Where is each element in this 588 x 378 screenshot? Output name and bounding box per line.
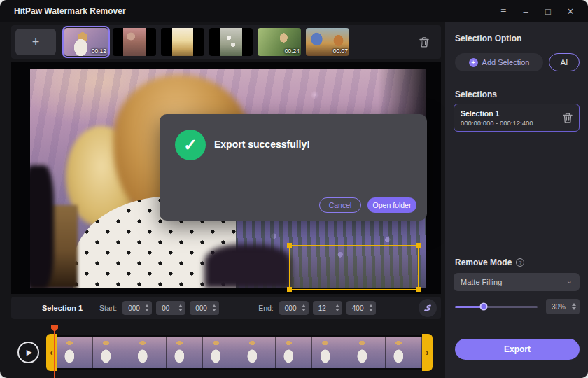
stepper-arrows[interactable]	[212, 304, 216, 312]
menu-icon[interactable]: ≡	[494, 4, 512, 19]
chevron-down-icon: ⌄	[566, 276, 573, 286]
delete-video-button[interactable]	[414, 32, 434, 52]
end-label: End:	[258, 304, 274, 312]
sidebar: Selection Option + Add Selection AI Sele…	[445, 22, 588, 378]
film-frame	[167, 337, 203, 368]
strength-slider[interactable]	[455, 306, 538, 308]
film-frame	[57, 337, 93, 368]
curve-icon	[423, 303, 433, 313]
add-selection-label: Add Selection	[482, 58, 530, 66]
film-frame	[130, 337, 166, 368]
maximize-button[interactable]: □	[539, 4, 557, 19]
end-minutes-stepper[interactable]: 000	[279, 301, 309, 315]
playhead-marker[interactable]	[51, 325, 58, 332]
slider-thumb[interactable]	[480, 303, 488, 311]
selection-item-range: 000:00:000 - 000:12:400	[461, 119, 563, 127]
shadow-area	[204, 244, 291, 288]
selection-handle[interactable]	[416, 287, 421, 292]
help-icon[interactable]: ?	[516, 258, 524, 267]
minimize-button[interactable]: –	[517, 4, 535, 19]
delete-selection-button[interactable]	[563, 113, 573, 123]
selection-actions: + Add Selection AI	[455, 53, 580, 71]
filmstrip[interactable]	[57, 335, 422, 370]
duration-badge: 00:07	[333, 48, 348, 55]
stepper-arrows[interactable]	[302, 304, 306, 312]
selection-handle[interactable]	[287, 287, 292, 292]
dialog-buttons: Cancel Open folder	[319, 197, 416, 213]
end-millis-stepper[interactable]: 400	[346, 301, 376, 315]
film-frame	[203, 337, 239, 368]
trim-handle-right[interactable]: ›	[422, 334, 433, 371]
ai-button[interactable]: AI	[549, 53, 580, 71]
stepper-arrows[interactable]	[369, 304, 373, 312]
film-frame	[386, 337, 422, 368]
success-check-icon: ✓	[175, 130, 206, 160]
export-success-dialog: ✓ Export successfully! Cancel Open folde…	[160, 114, 427, 220]
video-thumbnail[interactable]	[161, 28, 204, 56]
add-selection-button[interactable]: + Add Selection	[455, 53, 543, 71]
playhead[interactable]	[54, 325, 55, 378]
timeline: ▶ ‹ ›	[11, 322, 441, 378]
end-seconds-stepper[interactable]: 12	[313, 301, 342, 315]
watermark-selection-box[interactable]	[289, 245, 419, 290]
play-button[interactable]: ▶	[18, 342, 39, 363]
app-window: HitPaw Watermark Remover ≡ – □ ✕ + 00:12	[0, 0, 588, 378]
cancel-button[interactable]: Cancel	[319, 197, 361, 213]
thumbnail-bar: + 00:12 00:24 00:07	[11, 25, 441, 59]
film-frame	[93, 337, 130, 368]
remove-mode-value: Matte Filling	[461, 278, 566, 286]
start-seconds-stepper[interactable]: 00	[156, 301, 186, 315]
trash-icon	[563, 113, 573, 123]
stepper-arrows[interactable]	[335, 304, 340, 312]
selection-list-item[interactable]: Selection 1 000:00:000 - 000:12:400	[454, 104, 580, 132]
trash-icon	[419, 37, 429, 48]
titlebar: HitPaw Watermark Remover ≡ – □ ✕	[0, 0, 588, 22]
video-thumbnail[interactable]: 00:07	[306, 28, 349, 56]
thumbnail-list: 00:12 00:24 00:07	[64, 28, 349, 56]
selections-title: Selections	[455, 90, 497, 99]
video-thumbnail[interactable]: 00:12	[64, 28, 108, 56]
open-folder-button[interactable]: Open folder	[368, 197, 416, 213]
window-title: HitPaw Watermark Remover	[14, 6, 126, 16]
remove-mode-title: Remove Mode ?	[455, 258, 524, 267]
timeline-strip[interactable]: ‹ ›	[46, 334, 433, 371]
plus-icon: +	[469, 58, 478, 67]
keyframe-curve-button[interactable]	[419, 299, 437, 317]
selection-time-controls: Selection 1 Start: 000 00 000 End: 000 1…	[11, 297, 441, 319]
dark-foreground-object	[30, 165, 54, 288]
selection-item-name: Selection 1	[461, 109, 563, 118]
stepper-arrows[interactable]	[572, 303, 576, 310]
video-thumbnail[interactable]	[209, 28, 253, 56]
duration-badge: 00:12	[92, 48, 106, 55]
start-minutes-stepper[interactable]: 000	[122, 301, 152, 315]
start-label: Start:	[99, 304, 117, 312]
duration-badge: 00:24	[285, 48, 300, 55]
film-frame	[239, 337, 276, 368]
remove-mode-dropdown[interactable]: Matte Filling ⌄	[454, 273, 580, 291]
strength-slider-row: 30%	[455, 298, 580, 315]
export-button[interactable]: Export	[455, 339, 580, 360]
film-frame	[349, 337, 386, 368]
add-video-button[interactable]: +	[15, 29, 56, 55]
selection-name-label: Selection 1	[42, 304, 83, 312]
window-controls: ≡ – □ ✕	[494, 4, 580, 19]
video-thumbnail[interactable]: 00:24	[258, 28, 301, 56]
video-thumbnail[interactable]	[113, 28, 156, 56]
strength-value-stepper[interactable]: 30%	[546, 299, 580, 314]
dialog-message: Export successfully!	[214, 139, 310, 150]
film-frame	[276, 337, 312, 368]
stepper-arrows[interactable]	[145, 304, 149, 312]
close-button[interactable]: ✕	[561, 4, 580, 19]
film-frame	[312, 337, 349, 368]
start-millis-stepper[interactable]: 000	[190, 301, 219, 315]
selection-option-title: Selection Option	[455, 34, 522, 43]
stepper-arrows[interactable]	[178, 304, 183, 312]
selection-handle[interactable]	[416, 243, 421, 248]
strength-value: 30%	[552, 303, 572, 311]
selection-handle[interactable]	[287, 243, 292, 248]
